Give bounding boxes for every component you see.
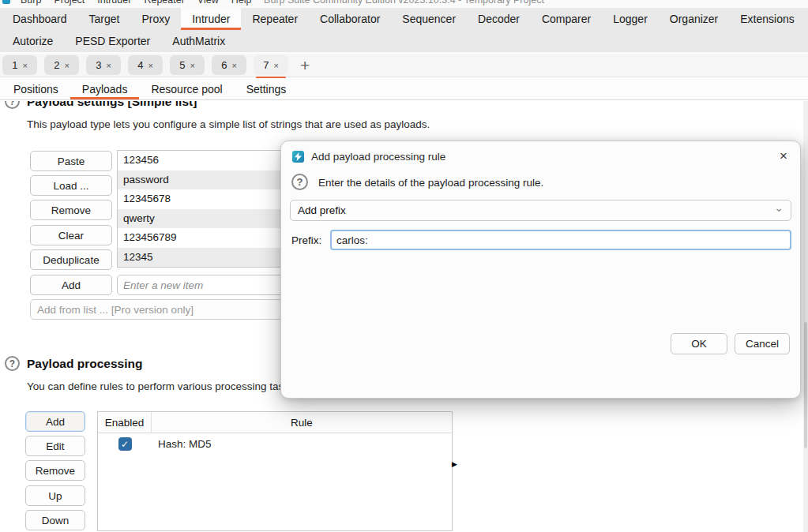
attack-tab-7[interactable]: 7 ×: [254, 55, 288, 75]
tab-autorize[interactable]: Autorize: [2, 30, 64, 52]
table-row[interactable]: ✓ Hash: MD5: [98, 433, 452, 455]
vertical-scrollbar[interactable]: [803, 101, 808, 532]
payload-settings-description: This payload type lets you configure a s…: [27, 118, 430, 130]
ok-button[interactable]: OK: [671, 333, 727, 354]
question-icon: ?: [291, 174, 308, 190]
rule-type-select[interactable]: Add prefix ⌄: [290, 200, 791, 221]
close-tab-icon[interactable]: ×: [273, 61, 278, 70]
attack-tab-label: 3: [96, 59, 101, 71]
clear-button[interactable]: Clear: [30, 225, 112, 245]
dialog-title: Add payload processing rule: [311, 151, 445, 163]
prefix-label: Prefix:: [291, 234, 321, 246]
remove-rule-button[interactable]: Remove: [25, 460, 85, 481]
attack-tab-label: 7: [263, 59, 269, 71]
tab-logger[interactable]: Logger: [602, 8, 659, 30]
tab-payloads[interactable]: Payloads: [70, 78, 140, 99]
tab-decoder[interactable]: Decoder: [467, 8, 531, 30]
tab-positions[interactable]: Positions: [2, 78, 70, 99]
tab-authmatrix[interactable]: AuthMatrix: [161, 30, 236, 52]
dialog-prompt: Enter the details of the payload process…: [318, 177, 543, 189]
close-tab-icon[interactable]: ×: [22, 61, 27, 70]
tab-intruder[interactable]: Intruder: [181, 8, 241, 30]
tab-resource-pool[interactable]: Resource pool: [139, 78, 234, 99]
down-button[interactable]: Down: [25, 510, 85, 530]
window-title: Burp Suite Community Edition v2023.10.3.…: [264, 0, 544, 8]
dialog-title-bar[interactable]: Add payload processing rule: [281, 141, 800, 171]
menu-help[interactable]: Help: [225, 0, 258, 6]
prefix-input[interactable]: [330, 230, 791, 250]
up-button[interactable]: Up: [25, 485, 85, 506]
attack-tab-5[interactable]: 5 ×: [170, 55, 205, 75]
attack-tab-label: 5: [179, 59, 185, 71]
menu-repeater[interactable]: Repeater: [137, 0, 190, 6]
attack-tab-4[interactable]: 4 ×: [128, 55, 163, 75]
attack-tab-6[interactable]: 6 ×: [212, 55, 246, 75]
edit-rule-button[interactable]: Edit: [25, 436, 85, 456]
menu-intruder[interactable]: Intruder: [91, 0, 137, 6]
tab-organizer[interactable]: Organizer: [659, 8, 729, 30]
close-tab-icon[interactable]: ×: [231, 61, 236, 70]
attack-tab-1[interactable]: 1 ×: [2, 55, 37, 75]
close-tab-icon[interactable]: ×: [190, 61, 194, 70]
cancel-button[interactable]: Cancel: [735, 333, 790, 354]
load-button[interactable]: Load ...: [30, 175, 112, 196]
help-icon[interactable]: ?: [5, 356, 20, 371]
attack-tab-2[interactable]: 2 ×: [44, 55, 79, 75]
menubar: Burp Project Intruder Repeater View Help…: [0, 0, 808, 8]
add-item-button[interactable]: Add: [30, 275, 112, 295]
attack-tab-label: 4: [137, 59, 143, 71]
column-header-rule[interactable]: Rule: [152, 412, 452, 433]
add-rule-button[interactable]: Add: [25, 411, 85, 432]
remove-item-button[interactable]: Remove: [30, 200, 112, 220]
close-tab-icon[interactable]: ×: [64, 61, 69, 70]
burp-bolt-icon: [292, 151, 304, 163]
tab-proxy[interactable]: Proxy: [130, 8, 181, 30]
extension-tab-bar: Autorize PESD Exporter AuthMatrix: [0, 30, 808, 52]
tab-comparer[interactable]: Comparer: [531, 8, 602, 30]
menu-burp[interactable]: Burp: [14, 0, 47, 6]
menu-view[interactable]: View: [191, 0, 225, 6]
attack-tab-label: 1: [12, 59, 17, 71]
tab-target[interactable]: Target: [78, 8, 131, 30]
menu-project[interactable]: Project: [47, 0, 91, 6]
close-tab-icon[interactable]: ×: [148, 61, 152, 70]
intruder-sub-tab-bar: Positions Payloads Resource pool Setting…: [0, 78, 808, 100]
tab-collaborator[interactable]: Collaborator: [309, 8, 391, 30]
rule-type-selected-value: Add prefix: [298, 204, 346, 216]
tab-dashboard[interactable]: Dashboard: [2, 8, 78, 30]
new-attack-tab-icon[interactable]: +: [300, 56, 310, 75]
payload-processing-heading: Payload processing: [27, 357, 142, 371]
table-expander-icon[interactable]: ▶: [452, 461, 457, 468]
chevron-down-icon: ⌄: [774, 201, 784, 214]
table-header: Enabled Rule: [98, 412, 452, 433]
help-icon[interactable]: ?: [5, 101, 20, 109]
tab-pesd-exporter[interactable]: PESD Exporter: [64, 30, 161, 52]
rule-cell: Hash: MD5: [152, 438, 212, 450]
attack-tab-label: 2: [54, 59, 59, 71]
column-header-enabled[interactable]: Enabled: [98, 412, 152, 433]
paste-button[interactable]: Paste: [30, 151, 112, 171]
attack-tab-3[interactable]: 3 ×: [86, 55, 121, 75]
add-payload-processing-rule-dialog: Add payload processing rule × ? Enter th…: [280, 140, 801, 399]
rule-enabled-checkbox[interactable]: ✓: [118, 437, 132, 451]
payload-settings-heading: Payload settings [Simple list]: [27, 101, 197, 109]
burp-app-icon: [2, 0, 10, 4]
close-icon[interactable]: ×: [780, 149, 787, 163]
tab-settings[interactable]: Settings: [235, 78, 299, 99]
tab-repeater[interactable]: Repeater: [241, 8, 309, 30]
main-tab-bar: Dashboard Target Proxy Intruder Repeater…: [0, 8, 808, 30]
deduplicate-button[interactable]: Deduplicate: [30, 249, 112, 270]
attack-tab-label: 6: [221, 59, 227, 71]
close-tab-icon[interactable]: ×: [106, 61, 111, 70]
attack-tab-bar: 1 × 2 × 3 × 4 × 5 × 6 × 7 × +: [0, 52, 808, 77]
tab-extensions[interactable]: Extensions: [729, 8, 805, 30]
scrollbar-thumb[interactable]: [804, 322, 807, 448]
tab-sequencer[interactable]: Sequencer: [391, 8, 467, 30]
processing-rules-table: Enabled Rule ✓ Hash: MD5: [97, 411, 453, 531]
